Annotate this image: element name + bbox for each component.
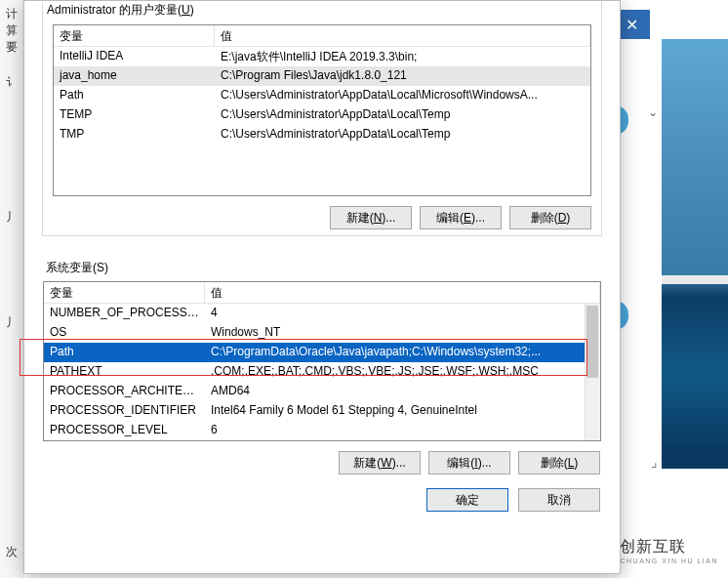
var-name: PROCESSOR_ARCHITECT... <box>44 382 205 401</box>
ok-button[interactable]: 确定 <box>426 488 508 512</box>
desktop-wallpaper <box>662 39 728 469</box>
var-value: C:\Program Files\Java\jdk1.8.0_121 <box>215 66 590 86</box>
var-value: 6 <box>205 421 600 440</box>
sys-vars-buttons: 新建(W)... 编辑(I)... 删除(L) <box>42 441 602 475</box>
var-name: NUMBER_OF_PROCESSORS <box>44 304 205 323</box>
col-value-header[interactable]: 值 <box>215 25 590 46</box>
var-value: C:\Users\Administrator\AppData\Local\Mic… <box>215 86 590 105</box>
var-value: C:\Users\Administrator\AppData\Local\Tem… <box>215 105 590 125</box>
table-row[interactable]: TMPC:\Users\Administrator\AppData\Local\… <box>54 125 590 144</box>
resize-corner-icon: ⌟ <box>651 454 658 470</box>
var-name: TEMP <box>54 105 215 125</box>
table-row[interactable]: java_homeC:\Program Files\Java\jdk1.8.0_… <box>54 66 590 86</box>
scrollbar-thumb[interactable] <box>586 306 598 378</box>
list-header: 变量 值 <box>54 25 590 47</box>
table-row[interactable]: NUMBER_OF_PROCESSORS4 <box>44 304 600 323</box>
dialog-buttons: 确定 取消 <box>42 475 602 512</box>
table-row[interactable]: PathC:\Users\Administrator\AppData\Local… <box>54 86 590 105</box>
table-row[interactable]: PATHEXT.COM;.EXE;.BAT;.CMD;.VBS;.VBE;.JS… <box>44 362 600 382</box>
edit-user-var-button[interactable]: 编辑(E)... <box>420 206 502 229</box>
sys-vars-group: 变量 值 NUMBER_OF_PROCESSORS4OSWindows_NTPa… <box>42 281 602 475</box>
sys-vars-title: 系统变量(S) <box>46 260 602 276</box>
delete-user-var-button[interactable]: 删除(D) <box>509 206 591 229</box>
env-vars-dialog: Administrator 的用户变量(U) 变量 值 IntelliJ IDE… <box>23 0 621 574</box>
user-vars-buttons: 新建(N)... 编辑(E)... 删除(D) <box>43 196 601 229</box>
sys-vars-list[interactable]: 变量 值 NUMBER_OF_PROCESSORS4OSWindows_NTPa… <box>43 281 601 441</box>
user-vars-title: Administrator 的用户变量(U) <box>47 2 601 19</box>
var-name: IntelliJ IDEA <box>54 47 215 66</box>
col-name-header[interactable]: 变量 <box>44 282 205 303</box>
table-row[interactable]: PathC:\ProgramData\Oracle\Java\javapath;… <box>44 343 600 362</box>
user-vars-list[interactable]: 变量 值 IntelliJ IDEAE:\java软件\IntelliJ IDE… <box>53 24 591 196</box>
brand-py: CHUANG XIN HU LIAN <box>620 557 718 564</box>
var-value: .COM;.EXE;.BAT;.CMD;.VBS;.VBE;.JS;.JSE;.… <box>205 362 600 382</box>
var-value: C:\Users\Administrator\AppData\Local\Tem… <box>215 125 590 144</box>
var-name: Path <box>54 86 215 105</box>
table-row[interactable]: PROCESSOR_ARCHITECT...AMD64 <box>44 382 600 401</box>
var-name: PROCESSOR_IDENTIFIER <box>44 401 205 421</box>
var-name: java_home <box>54 66 215 86</box>
list-header: 变量 值 <box>44 282 600 304</box>
new-sys-var-button[interactable]: 新建(W)... <box>339 451 421 475</box>
var-name: OS <box>44 323 205 343</box>
var-name: Path <box>44 343 205 362</box>
var-name: PATHEXT <box>44 362 205 382</box>
var-value: Intel64 Family 6 Model 61 Stepping 4, Ge… <box>205 401 600 421</box>
var-name: TMP <box>54 125 215 144</box>
table-row[interactable]: PROCESSOR_IDENTIFIERIntel64 Family 6 Mod… <box>44 401 600 421</box>
scrollbar-track[interactable] <box>585 304 600 440</box>
delete-sys-var-button[interactable]: 删除(L) <box>518 451 600 475</box>
chevron-down-icon: ⌄ <box>648 105 658 119</box>
new-user-var-button[interactable]: 新建(N)... <box>330 206 412 229</box>
var-value: 4 <box>205 304 600 323</box>
table-row[interactable]: IntelliJ IDEAE:\java软件\IntelliJ IDEA 201… <box>54 47 590 66</box>
cancel-button[interactable]: 取消 <box>518 488 600 512</box>
var-value: Windows_NT <box>205 323 600 343</box>
col-value-header[interactable]: 值 <box>205 282 600 303</box>
table-row[interactable]: OSWindows_NT <box>44 323 600 343</box>
occluded-underlayer: 计算 要 讠 丿 丿 次 <box>0 0 23 578</box>
brand-zh: 创新互联 <box>620 537 718 557</box>
var-value: C:\ProgramData\Oracle\Java\javapath;C:\W… <box>205 343 600 362</box>
var-name: PROCESSOR_LEVEL <box>44 421 205 440</box>
var-value: AMD64 <box>205 382 600 401</box>
table-row[interactable]: PROCESSOR_LEVEL6 <box>44 421 600 440</box>
user-vars-group: Administrator 的用户变量(U) 变量 值 IntelliJ IDE… <box>42 2 602 236</box>
table-row[interactable]: TEMPC:\Users\Administrator\AppData\Local… <box>54 105 590 125</box>
edit-sys-var-button[interactable]: 编辑(I)... <box>428 451 510 475</box>
var-value: E:\java软件\IntelliJ IDEA 2019.3.3\bin; <box>215 47 590 66</box>
col-name-header[interactable]: 变量 <box>54 25 215 46</box>
